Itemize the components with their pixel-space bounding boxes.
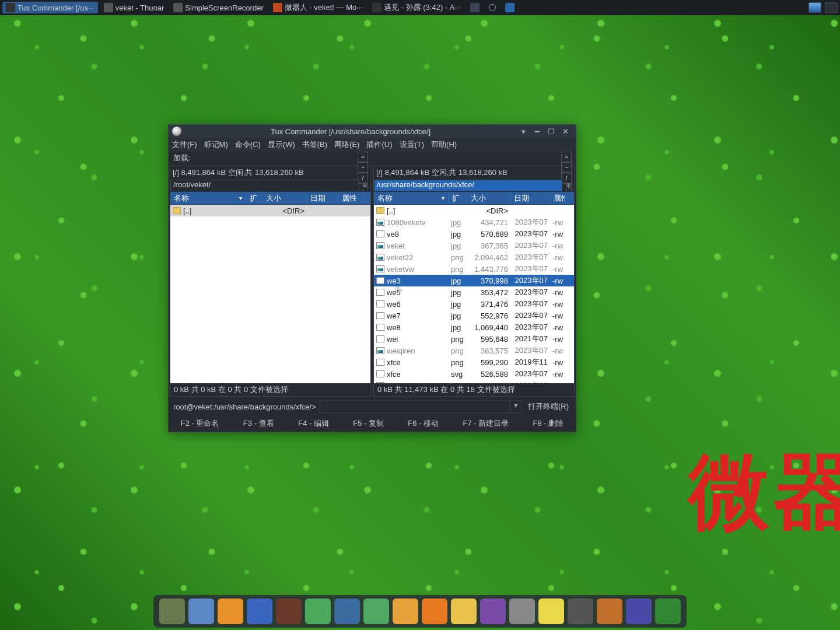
file-row[interactable]: weipng595,6482021年07-rw [374,333,574,345]
dock-app-icon[interactable] [509,598,535,624]
file-row[interactable]: xfcepng599,2902019年11-rw [374,356,574,368]
taskbar-item[interactable]: 微器人 - veket! — Mo··· [270,2,366,13]
window-close-button[interactable]: ✕ [558,127,572,136]
file-row[interactable]: xfcesvg526,5882023年07-rw [374,368,574,380]
file-row[interactable]: we6jpg371,4762023年07-rw [374,298,574,310]
file-attr: -rw [550,358,565,367]
tray-monitor-icon[interactable] [808,2,821,13]
file-row[interactable]: veket22png2,094,4622023年07-rw [374,251,574,263]
menu-item[interactable]: 帮助(H) [431,139,457,150]
right-file-list[interactable]: [..]<DIR>1080veketvjpg434,7212023年07-rwv… [374,205,574,383]
dock-app-icon[interactable] [538,598,564,624]
file-row[interactable]: veketvwpng1,443,7762023年07-rw [374,263,574,275]
dock-app-icon[interactable] [393,598,418,624]
file-row[interactable]: [..]<DIR> [374,205,574,216]
file-icon [376,382,384,383]
right-column-header[interactable]: 名称▾ 扩 大小 日期 属性 [374,192,574,205]
left-path-input[interactable]: /root/veket/ [170,180,359,191]
taskbar-item[interactable]: 遇见 - 孙露 (3:42) - A··· [369,2,464,13]
menu-item[interactable]: 插件(U) [366,139,392,150]
file-date: 2023年07 [510,240,550,251]
taskbar-item[interactable] [485,2,499,13]
file-attr: -rw [550,370,565,379]
menu-item[interactable]: 书签(B) [302,139,327,150]
window-title: Tux Commander [/usr/share/backgrounds/xf… [185,127,516,136]
command-history-dropdown-icon[interactable]: ▾ [510,401,522,412]
dock-app-icon[interactable] [480,598,506,624]
file-icon [376,312,384,319]
file-row[interactable]: veketjpg367,3652023年07-rw [374,240,574,251]
file-icon [376,265,384,272]
dock-app-icon[interactable] [655,598,681,624]
window-menu-button[interactable]: ▾ [516,127,530,136]
function-key-button[interactable]: F3 - 查看 [239,418,279,429]
dock-app-icon[interactable] [247,598,272,624]
menu-item[interactable]: 显示(W) [268,139,295,150]
disk-shortcut-button[interactable]: = [358,152,368,162]
taskbar-item-label: 微器人 - veket! — Mo··· [285,2,363,13]
window-minimize-button[interactable]: ━ [530,127,544,136]
file-row[interactable]: weiqirenpng363,5752023年07-rw [374,345,574,356]
disk-shortcut-button[interactable]: = [561,152,572,162]
dock-app-icon[interactable] [597,598,622,624]
file-ext: jpg [449,312,467,320]
dock-app-icon[interactable] [218,598,243,624]
file-row[interactable]: 1080veketvjpg434,7212023年07-rw [374,216,574,228]
function-key-button[interactable]: F6 - 移动 [403,418,443,429]
taskbar-item[interactable] [467,2,483,13]
menu-item[interactable]: 文件(F) [172,139,197,150]
window-titlebar[interactable]: Tux Commander [/usr/share/backgrounds/xf… [169,125,576,138]
window-maximize-button[interactable]: ☐ [544,127,558,136]
dock-app-icon[interactable] [159,598,185,624]
function-key-button[interactable]: F5 - 复制 [348,418,388,429]
function-key-button[interactable]: F4 - 编辑 [293,418,334,429]
right-bookmark-star-icon[interactable]: ✳ [562,181,574,190]
file-name: wei [387,335,398,344]
taskbar-item[interactable]: veket - Thunar [100,2,168,13]
function-key-button[interactable]: F2 - 重命名 [176,418,224,429]
taskbar-item-label: 遇见 - 孙露 (3:42) - A··· [384,2,461,13]
dock-app-icon[interactable] [305,598,331,624]
left-column-header[interactable]: 名称▾ 扩 大小 日期 属性 [170,192,370,205]
menu-item[interactable]: 网络(E) [334,139,359,150]
tray-desktop-button[interactable] [825,2,838,13]
menu-item[interactable]: 标记M) [204,139,228,150]
taskbar-item[interactable] [502,2,518,13]
command-input-combo[interactable]: ▾ [320,400,522,413]
file-row[interactable]: we8jpg1,069,4402023年07-rw [374,321,574,333]
file-attr: -rw [550,242,565,250]
dock-app-icon[interactable] [626,598,652,624]
menu-item[interactable]: 命令(C) [235,139,261,150]
command-input[interactable] [320,401,510,412]
dock-app-icon[interactable] [334,598,360,624]
taskbar-item[interactable]: SimpleScreenRecorder [170,2,267,13]
dock-app-icon[interactable] [422,598,447,624]
right-path-input[interactable]: /usr/share/backgrounds/xfce/ [374,180,562,191]
dock-app-icon[interactable] [276,598,302,624]
watermark-text: 微器 [688,438,840,548]
file-row[interactable]: we7jpg552,9762023年07-rw [374,310,574,321]
file-name: ve8 [387,230,399,239]
taskbar-item[interactable]: Tux Commander [/us··· [2,2,98,13]
file-row[interactable]: [..]<DIR> [170,205,370,216]
dock-app-icon[interactable] [188,598,214,624]
left-bookmark-star-icon[interactable]: ✳ [359,181,370,190]
file-icon [376,242,384,249]
dock-app-icon[interactable] [363,598,389,624]
left-file-list[interactable]: [..]<DIR> [170,205,370,383]
file-size: 526,588 [467,370,510,379]
dock-app-icon[interactable] [451,598,477,624]
file-attr: -rw [550,230,565,239]
file-row[interactable]: we5jpg353,4722023年07-rw [374,286,574,298]
menu-item[interactable]: 设置(T) [400,139,425,150]
function-key-button[interactable]: F7 - 新建目录 [458,418,513,429]
file-icon [376,277,384,284]
function-key-button[interactable]: F8 - 删除 [528,418,569,429]
dock-app-icon[interactable] [568,598,593,624]
disk-shortcut-button[interactable]: ~ [561,162,572,173]
disk-shortcut-button[interactable]: ~ [358,162,368,173]
file-row[interactable]: we3jpg370,9982023年07-rw [374,275,574,286]
file-row[interactable]: ve8jpg570,6892023年07-rw [374,228,574,240]
file-ext: png [449,346,467,355]
open-terminal-button[interactable]: 打开终端(R) [526,401,571,412]
